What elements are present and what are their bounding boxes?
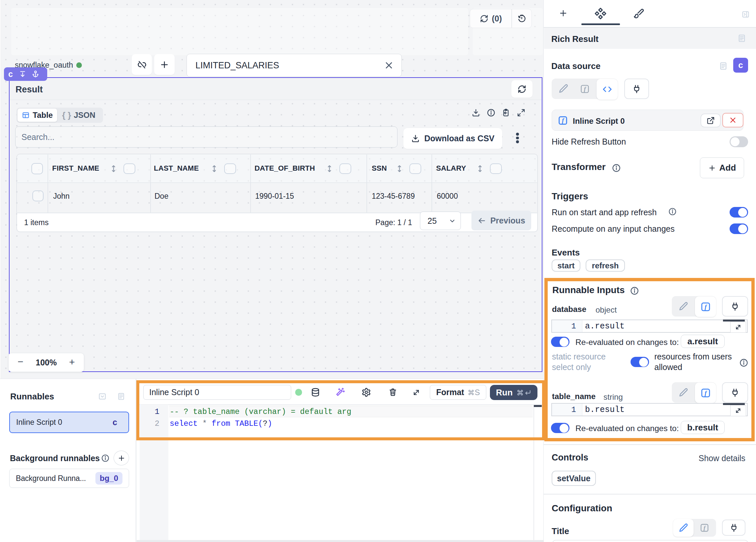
svg-text:f: f	[584, 86, 586, 92]
svg-text:f: f	[704, 525, 706, 531]
svg-text:f: f	[562, 117, 565, 124]
